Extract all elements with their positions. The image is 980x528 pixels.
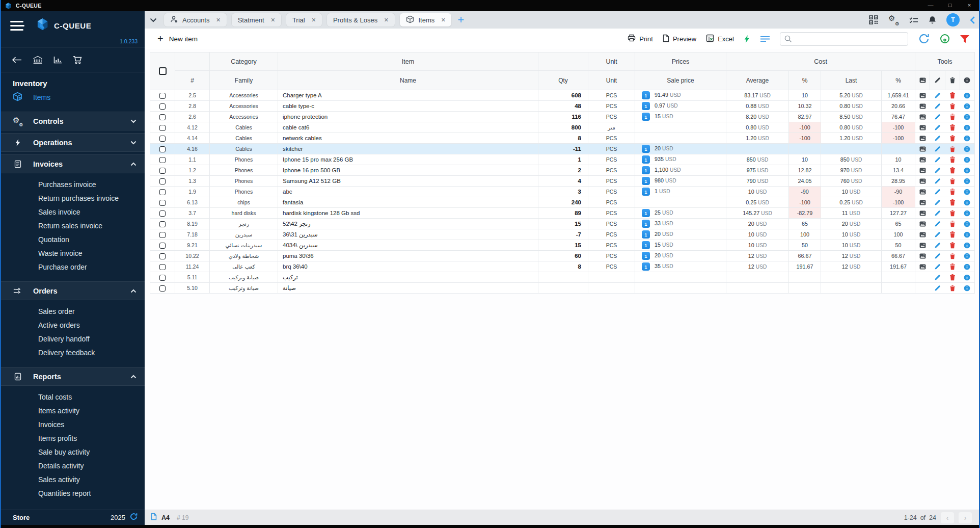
delete-trash-icon[interactable] [945,167,960,174]
image-icon[interactable] [915,232,930,237]
group-header-unit[interactable]: Unit [588,52,635,71]
image-icon[interactable] [915,146,930,152]
column-header-number[interactable]: # [175,71,210,90]
image-icon[interactable] [915,168,930,173]
column-header-family[interactable]: Family [210,71,278,90]
close-icon[interactable]: × [384,16,388,24]
edit-pencil-icon[interactable] [930,253,945,259]
barcode-scan-icon[interactable] [869,15,878,24]
row-checkbox[interactable] [159,210,166,217]
delete-trash-icon[interactable] [945,135,960,142]
tasks-checklist-icon[interactable] [909,17,918,23]
delete-trash-icon[interactable] [945,274,960,281]
edit-pencil-icon[interactable] [930,92,945,99]
edit-pencil-icon[interactable] [930,146,945,152]
edit-pencil-icon[interactable] [930,178,945,184]
sidebar-item-return-sales-invoice[interactable]: Return sales invoice [1,219,145,233]
delete-trash-icon[interactable] [945,221,960,227]
search-input[interactable] [780,32,908,46]
info-icon[interactable] [960,103,974,110]
table-row[interactable]: 2.8Accessoriescable type-c48PCS10.97 USD… [150,101,975,112]
close-icon[interactable]: × [271,16,275,24]
image-icon[interactable] [915,221,930,227]
edit-pencil-icon[interactable] [930,231,945,238]
delete-trash-icon[interactable] [945,285,960,292]
close-icon[interactable]: × [312,16,316,24]
notifications-bell-icon[interactable] [929,16,936,24]
table-row[interactable]: 5.10صيانة وتركيبصيانة [150,283,975,294]
table-row[interactable]: 7.18سبدرينسبدرين 31\36-7PCS120 USD10 USD… [150,229,975,240]
sidebar-item-items-activity[interactable]: Items activity [1,404,145,418]
sidebar-item-purchases-invoice[interactable]: Purchases invoice [1,178,145,192]
column-header-sale-price[interactable]: Sale price [635,71,726,90]
user-avatar[interactable]: T [946,13,960,27]
edit-pencil-icon[interactable] [930,189,945,195]
table-row[interactable]: 8.19رنجررنجر 42\5215PCS133 USD20 USD6520… [150,219,975,229]
select-all-checkbox[interactable] [159,67,167,75]
sidebar-item-active-orders[interactable]: Active orders [1,319,145,332]
info-icon[interactable] [960,124,974,131]
info-icon[interactable] [960,156,974,163]
info-icon[interactable] [960,167,974,174]
table-row[interactable]: 9.21سبدرينات نسائيسبدرين \403415PCS115 U… [150,240,975,251]
table-row[interactable]: 1.9Phonesabc3PCS11 USD10 USD-9010 USD-90 [150,187,975,197]
info-icon[interactable] [960,231,974,238]
image-icon[interactable] [915,157,930,163]
sidebar-item-waste-invoice[interactable]: Waste invoice [1,247,145,260]
delete-trash-icon[interactable] [945,199,960,206]
table-row[interactable]: 1.2PhonesIphone 16 pro 500 GB2PCS11,100 … [150,165,975,176]
info-icon[interactable] [960,263,974,270]
delete-trash-icon[interactable] [945,189,960,195]
quick-actions-bolt-icon[interactable] [744,35,750,43]
close-button[interactable]: × [960,0,979,11]
delete-trash-icon[interactable] [945,242,960,249]
hamburger-menu-icon[interactable] [10,21,24,31]
live-view-target-icon[interactable] [940,34,950,44]
edit-pencil-icon[interactable] [930,210,945,217]
table-row[interactable]: 4.14Cablesnetwork cables8PCS1.20 USD-100… [150,133,975,144]
sidebar-section-invoices[interactable]: Invoices [1,154,145,173]
edit-pencil-icon[interactable] [930,199,945,206]
sidebar-item-return-purchases-invoice[interactable]: Return purchases invoice [1,192,145,205]
row-checkbox[interactable] [159,253,166,259]
filter-funnel-icon[interactable] [960,35,970,43]
edit-pencil-icon[interactable] [930,103,945,110]
table-row[interactable]: 2.6Accessoriesiphone protection116PCS115… [150,112,975,122]
row-checkbox[interactable] [159,189,166,195]
close-icon[interactable]: × [441,16,445,24]
group-header-category[interactable]: Category [210,52,278,71]
row-checkbox[interactable] [159,157,166,163]
info-icon[interactable] [960,135,974,142]
group-header-prices[interactable]: Prices [635,52,726,71]
tab-statment[interactable]: Statment× [232,13,281,27]
sidebar-item-delivery-handoff[interactable]: Delivery handoff [1,332,145,346]
next-page-button[interactable]: › [959,512,972,523]
image-icon[interactable] [915,200,930,205]
row-checkbox[interactable] [159,125,166,131]
table-row[interactable]: 1.3PhonesSamsung A12 512 GB4PCS1980 USD7… [150,176,975,187]
back-arrow-icon[interactable] [12,57,22,63]
delete-trash-icon[interactable] [945,146,960,152]
sidebar-item-quotation[interactable]: Quotation [1,233,145,247]
print-button[interactable]: Print [628,34,653,43]
image-icon[interactable] [915,178,930,184]
row-checkbox[interactable] [159,221,166,227]
image-icon[interactable] [915,189,930,195]
edit-pencil-icon[interactable] [930,274,945,281]
row-checkbox[interactable] [159,243,166,249]
sidebar-item-sales-invoice[interactable]: Sales invoice [1,205,145,219]
sidebar-section-controls[interactable]: ⚙⚙Controls [1,112,145,130]
row-checkbox[interactable] [159,285,166,292]
group-header-item[interactable]: Item [278,52,538,71]
info-icon[interactable] [960,274,974,281]
table-row[interactable]: 4.12Cablescable cat6800متر0.80 USD-1000.… [150,122,975,133]
sidebar-item-quantities-report[interactable]: Quantities report [1,487,145,500]
add-tab-button[interactable]: + [457,15,464,25]
row-checkbox[interactable] [159,168,166,174]
column-header-last-pct[interactable]: % [882,71,915,90]
sidebar-section-reports[interactable]: Reports [1,367,145,386]
column-header-name[interactable]: Name [278,71,538,90]
delete-trash-icon[interactable] [945,263,960,270]
settings-gears-icon[interactable]: ⚙⚙ [888,15,899,25]
close-icon[interactable]: × [216,16,220,24]
